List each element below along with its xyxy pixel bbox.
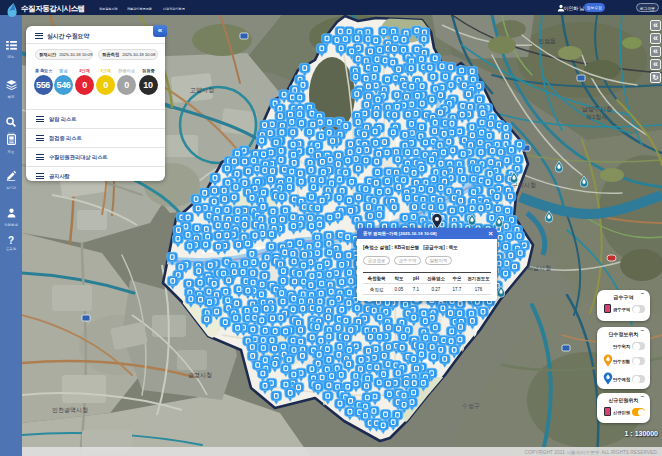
svg-text:인천광역시청: 인천광역시청 xyxy=(52,407,88,414)
svg-text:진접읍: 진접읍 xyxy=(538,38,556,44)
svg-text:남양주시청: 남양주시청 xyxy=(582,106,612,113)
svg-text:하남시청: 하남시청 xyxy=(527,265,551,272)
svg-text:광명시청: 광명시청 xyxy=(188,372,212,379)
svg-text:고양시청: 고양시청 xyxy=(190,87,214,94)
svg-text:제1청사: 제1청사 xyxy=(586,114,607,121)
svg-text:수정구: 수정구 xyxy=(462,403,480,410)
